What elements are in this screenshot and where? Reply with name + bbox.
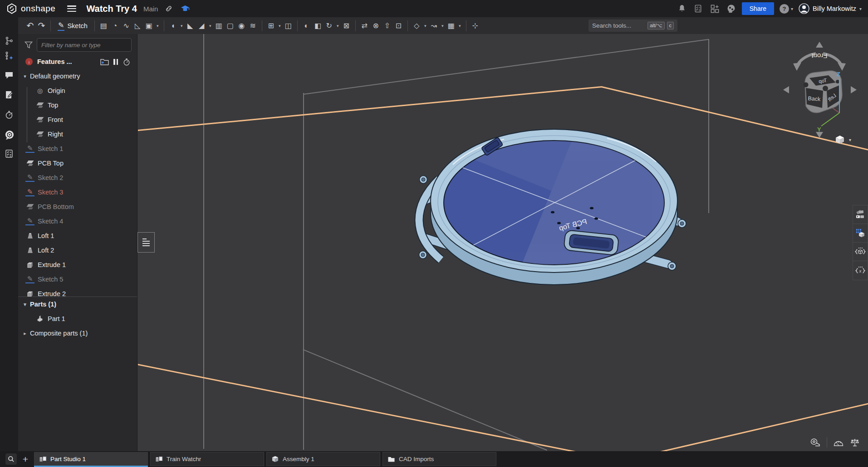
tab-part-studio-1[interactable]: Part Studio 1 <box>34 452 148 466</box>
view-cube[interactable]: Front X Top Back Left Z Y <box>781 40 858 140</box>
feature-item-loft-2[interactable]: Loft 2 <box>18 243 137 258</box>
feature-item-sketch-1[interactable]: ✎ Sketch 1 <box>18 141 137 156</box>
watch-3d-model[interactable]: PCB Top <box>411 120 692 329</box>
chevron-down-icon[interactable]: ▾ <box>21 302 29 307</box>
rollback-end-icon[interactable]: ↓ <box>25 58 33 65</box>
extrude-icon[interactable]: ▤ <box>98 20 109 32</box>
feature-item-extrude-1[interactable]: Extrude 1 <box>18 258 137 272</box>
tab-train-watchr[interactable]: Train Watchr <box>150 452 264 466</box>
surface-caret-icon[interactable]: ▾ <box>422 24 428 28</box>
pause-rebuild-icon[interactable] <box>113 59 118 65</box>
replace-face-icon[interactable]: ⊡ <box>393 20 404 32</box>
revolve-icon[interactable]: ◔ <box>109 20 121 32</box>
undo-icon[interactable]: ↶ <box>25 20 36 32</box>
offset-surface-icon[interactable]: ⇧ <box>382 20 393 32</box>
sweep-icon[interactable]: ∿ <box>121 20 132 32</box>
redo-icon[interactable]: ↷ <box>36 20 47 32</box>
feature-item-loft-1[interactable]: Loft 1 <box>18 229 137 243</box>
fillet-caret-icon[interactable]: ▾ <box>179 24 185 28</box>
mate-connector-icon[interactable]: ⊹ <box>470 20 481 32</box>
learning-center-icon[interactable] <box>180 3 191 14</box>
notifications-bell-icon[interactable] <box>677 3 687 14</box>
view-options-button[interactable]: ▾ <box>835 135 851 145</box>
loft-icon[interactable]: ◺ <box>132 20 143 32</box>
thicken-icon[interactable]: ▣ <box>143 20 155 32</box>
feature-item-sketch-2[interactable]: ✎ Sketch 2 <box>18 170 137 185</box>
new-folder-icon[interactable] <box>100 58 109 65</box>
draft-caret-icon[interactable]: ▾ <box>207 24 213 28</box>
feature-item-right-plane[interactable]: Right <box>18 127 137 141</box>
mirror-icon[interactable]: ◫ <box>283 20 294 32</box>
feature-item-extrude-2-clipped[interactable]: Extrude 2 <box>18 287 137 297</box>
appearance-panel-button[interactable] <box>853 205 868 224</box>
move-face-icon[interactable]: ⇄ <box>359 20 370 32</box>
delete-part-icon[interactable]: ⊠ <box>341 20 352 32</box>
hole-icon[interactable]: ◉ <box>236 20 247 32</box>
add-tab-button[interactable]: + <box>19 454 32 465</box>
performance-stopwatch-icon[interactable] <box>5 110 14 119</box>
rebuild-time-icon[interactable] <box>123 58 131 66</box>
onshape-logo[interactable]: onshape <box>6 3 55 14</box>
shell-icon[interactable]: ▢ <box>225 20 236 32</box>
share-button[interactable]: Share <box>742 2 774 15</box>
link-icon[interactable] <box>163 3 174 14</box>
filter-funnel-icon[interactable] <box>25 41 33 49</box>
feature-item-front-plane[interactable]: Front <box>18 112 137 127</box>
document-notes-icon[interactable] <box>5 90 14 99</box>
transform-icon[interactable]: ↻ <box>324 20 335 32</box>
tasks-checklist-icon[interactable] <box>693 3 704 14</box>
ai-advisor-icon[interactable] <box>726 3 736 14</box>
insert-version-icon[interactable] <box>5 51 14 60</box>
properties-checklist-icon[interactable] <box>5 149 14 158</box>
composite-parts-section-header[interactable]: ▸ Composite parts (1) <box>18 326 137 341</box>
search-tabs-icon[interactable] <box>5 453 17 465</box>
feature-item-pcb-bottom[interactable]: PCB Bottom <box>18 199 137 214</box>
linear-pattern-icon[interactable]: ⊞ <box>265 20 277 32</box>
comments-icon[interactable] <box>5 71 14 80</box>
variables-button[interactable]: x <box>853 261 868 280</box>
hamburger-menu-icon[interactable] <box>67 5 76 12</box>
thicken-caret-icon[interactable]: ▾ <box>155 24 161 28</box>
feature-item-sketch-3-error[interactable]: ✎ Sketch 3 <box>18 185 137 199</box>
pattern-caret-icon[interactable]: ▾ <box>277 24 283 28</box>
draft-icon[interactable]: ◢ <box>196 20 207 32</box>
tab-cad-imports[interactable]: CAD Imports <box>383 452 496 466</box>
feature-group-default-geometry[interactable]: ▾ Default geometry <box>18 69 137 83</box>
workspace-branch[interactable]: Main <box>143 5 158 13</box>
mass-properties-scale-icon[interactable] <box>850 438 860 447</box>
feature-item-sketch-4[interactable]: ✎ Sketch 4 <box>18 214 137 229</box>
surface-tools-icon[interactable]: ◇ <box>411 20 422 32</box>
rib-icon[interactable]: ▥ <box>213 20 225 32</box>
protractor-icon[interactable] <box>833 438 844 447</box>
parts-section-header[interactable]: ▾ Parts (1) <box>18 297 137 311</box>
sketch-button[interactable]: ✎ Sketch <box>58 21 88 31</box>
feature-item-sketch-5[interactable]: ✎ Sketch 5 <box>18 272 137 287</box>
tab-assembly-1[interactable]: Assembly 1 <box>266 452 380 466</box>
part-item-part-1[interactable]: Part 1 <box>18 311 137 326</box>
chevron-right-icon[interactable]: ▸ <box>21 331 29 336</box>
user-menu[interactable]: Billy Markowitz ▾ <box>799 3 862 14</box>
app-store-grid-icon[interactable] <box>709 3 720 14</box>
search-tools-box[interactable]: Search tools... alt/⌥ c <box>588 19 677 32</box>
boolean-icon[interactable]: ◐ <box>301 20 312 32</box>
curve-caret-icon[interactable]: ▾ <box>440 24 446 28</box>
chamfer-icon[interactable]: ◣ <box>185 20 196 32</box>
feature-list-rollup-handle[interactable] <box>137 232 155 253</box>
display-states-button[interactable] <box>853 243 868 261</box>
feature-item-top-plane[interactable]: Top <box>18 98 137 112</box>
tape-measure-icon[interactable] <box>810 438 821 447</box>
help-menu[interactable]: ? ▾ <box>780 4 793 14</box>
fillet-icon[interactable]: ◖ <box>167 20 179 32</box>
composite-tools-icon[interactable]: ▦ <box>446 20 457 32</box>
curve-tools-icon[interactable]: ↝ <box>428 20 440 32</box>
filter-input[interactable] <box>37 38 132 52</box>
bom-table-button[interactable] <box>853 224 868 243</box>
split-icon[interactable]: ◧ <box>312 20 324 32</box>
search-document-icon[interactable] <box>5 130 14 139</box>
chevron-down-icon[interactable]: ▾ <box>21 73 29 79</box>
versions-history-icon[interactable] <box>5 36 14 45</box>
feature-item-pcb-top[interactable]: PCB Top <box>18 156 137 170</box>
feature-item-origin[interactable]: ◎ Origin <box>18 83 137 98</box>
thread-icon[interactable]: ≋ <box>247 20 259 32</box>
graphics-viewport[interactable]: PCB Top Front X Top Back Lef <box>138 34 868 451</box>
